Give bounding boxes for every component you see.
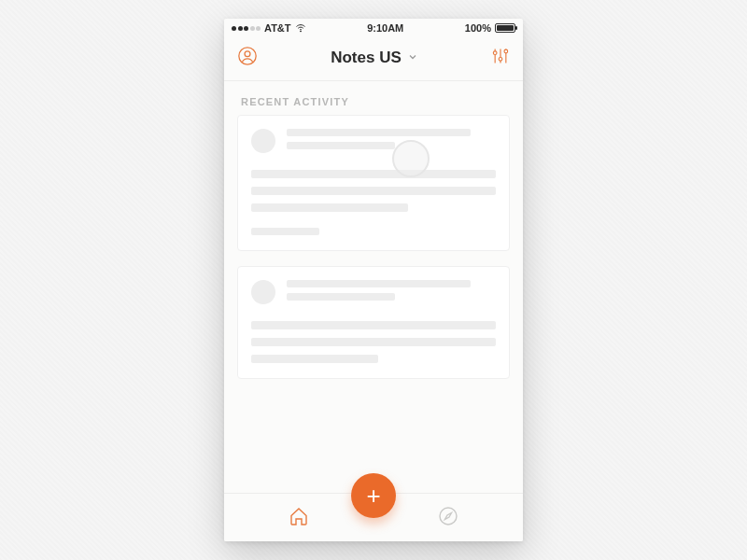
home-tab-icon[interactable] (288, 505, 310, 531)
placeholder-line (251, 321, 496, 329)
status-right: 100% (465, 22, 515, 34)
chevron-down-icon (407, 51, 418, 65)
explore-tab-icon[interactable] (437, 505, 459, 531)
placeholder-line (287, 293, 395, 301)
title-bar: Notes US (224, 37, 523, 78)
placeholder-line (251, 355, 378, 363)
wifi-icon (295, 22, 306, 34)
battery-pct: 100% (465, 22, 491, 34)
phone-frame: AT&T 9:10AM 100% Notes US (224, 19, 523, 541)
activity-card[interactable] (237, 115, 510, 251)
svg-point-6 (499, 58, 502, 62)
placeholder-line (251, 338, 496, 346)
avatar (251, 280, 275, 304)
signal-dots-icon (232, 26, 261, 31)
svg-point-2 (245, 51, 250, 57)
page-title: Notes US (331, 49, 402, 67)
activity-feed[interactable] (224, 115, 523, 493)
battery-icon (495, 23, 515, 33)
avatar (251, 129, 275, 153)
placeholder-line (287, 129, 471, 136)
profile-icon[interactable] (237, 46, 258, 70)
svg-point-4 (493, 51, 497, 55)
placeholder-line (251, 228, 319, 235)
placeholder-line (287, 142, 395, 149)
status-left: AT&T (232, 22, 306, 34)
svg-point-9 (440, 508, 457, 525)
activity-card[interactable] (237, 266, 510, 379)
status-time: 9:10AM (367, 22, 403, 34)
placeholder-line (251, 203, 408, 212)
placeholder-line (287, 280, 471, 287)
placeholder-line (251, 187, 496, 195)
add-fab-button[interactable]: + (351, 473, 396, 518)
title-dropdown[interactable]: Notes US (331, 49, 418, 67)
svg-point-8 (504, 49, 508, 53)
tab-bar: + (224, 493, 523, 541)
settings-sliders-icon[interactable] (491, 47, 510, 69)
placeholder-line (251, 170, 496, 178)
carrier-label: AT&T (264, 22, 291, 34)
section-header: RECENT ACTIVITY (224, 81, 523, 115)
svg-point-0 (300, 31, 301, 32)
status-bar: AT&T 9:10AM 100% (224, 19, 523, 37)
plus-icon: + (366, 482, 380, 511)
svg-point-1 (239, 48, 256, 64)
